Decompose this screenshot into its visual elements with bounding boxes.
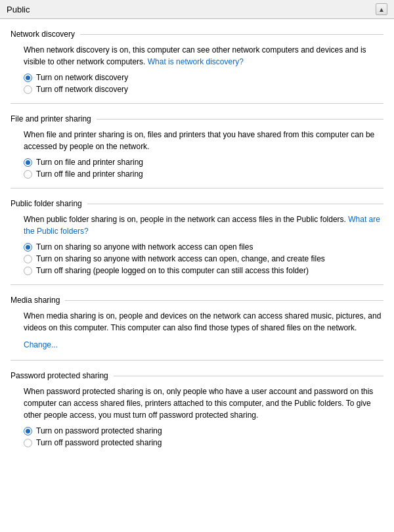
network-discovery-link[interactable]: What is network discovery? [148,57,244,66]
public-folder-description: When public folder sharing is on, people… [11,213,383,237]
radio-pfolder-off-label: Turn off sharing (people logged on to th… [36,266,309,275]
radio-fileprinter-on-label: Turn on file and printer sharing [36,158,143,167]
public-title: Public [7,5,30,14]
media-sharing-divider [65,300,383,301]
radio-network-off-label: Turn off network discovery [36,85,128,94]
radio-fileprinter-on[interactable] [24,158,32,167]
public-folder-option-2[interactable]: Turn on sharing so anyone with network a… [24,254,383,263]
network-discovery-label: Network discovery [11,30,383,39]
radio-pfolder-change-label: Turn on sharing so anyone with network a… [36,254,325,263]
password-protected-option-2[interactable]: Turn off password protected sharing [24,438,383,447]
network-discovery-option-2[interactable]: Turn off network discovery [24,85,383,94]
password-protected-divider [114,376,383,376]
password-protected-option-1[interactable]: Turn on password protected sharing [24,426,383,435]
file-printer-divider [97,119,383,120]
network-discovery-divider [80,34,383,35]
file-printer-section: File and printer sharing When file and p… [0,104,394,188]
radio-password-off[interactable] [24,439,32,447]
radio-pfolder-open[interactable] [24,243,32,252]
network-discovery-description: When network discovery is on, this compu… [11,44,383,68]
public-folder-option-3[interactable]: Turn off sharing (people logged on to th… [24,266,383,275]
password-protected-label: Password protected sharing [11,371,383,380]
public-header-bar: Public ▲ [0,0,394,19]
radio-fileprinter-off-label: Turn off file and printer sharing [36,169,143,179]
radio-network-off[interactable] [24,85,32,94]
password-protected-description: When password protected sharing is on, o… [11,386,383,421]
file-printer-description: When file and printer sharing is on, fil… [11,129,383,152]
password-protected-title: Password protected sharing [11,371,108,380]
network-discovery-option-1[interactable]: Turn on network discovery [24,73,383,82]
radio-network-on-label: Turn on network discovery [36,73,128,82]
file-printer-title: File and printer sharing [11,114,91,123]
media-sharing-change-link[interactable]: Change... [24,340,58,349]
media-sharing-title: Media sharing [11,296,60,305]
network-discovery-title: Network discovery [11,30,75,39]
radio-pfolder-open-label: Turn on sharing so anyone with network a… [36,242,253,252]
password-protected-section: Password protected sharing When password… [0,361,394,456]
radio-password-on[interactable] [24,427,32,435]
public-folder-divider [87,204,383,204]
network-discovery-section: Network discovery When network discovery… [0,19,394,103]
radio-network-on[interactable] [24,74,32,82]
media-sharing-description: When media sharing is on, people and dev… [11,310,383,334]
radio-password-off-label: Turn off password protected sharing [36,438,162,447]
public-folder-option-1[interactable]: Turn on sharing so anyone with network a… [24,242,383,252]
radio-pfolder-off[interactable] [24,267,32,275]
collapse-button[interactable]: ▲ [376,3,387,15]
file-printer-label: File and printer sharing [11,114,383,123]
radio-fileprinter-off[interactable] [24,170,32,179]
radio-password-on-label: Turn on password protected sharing [36,426,162,435]
public-folder-label: Public folder sharing [11,199,383,208]
radio-pfolder-change[interactable] [24,255,32,263]
file-printer-option-2[interactable]: Turn off file and printer sharing [24,169,383,179]
media-sharing-section: Media sharing When media sharing is on, … [0,285,394,360]
public-folder-section: Public folder sharing When public folder… [0,188,394,284]
page-container: Public ▲ Network discovery When network … [0,0,394,532]
public-folder-title: Public folder sharing [11,199,82,208]
media-sharing-label: Media sharing [11,296,383,305]
file-printer-option-1[interactable]: Turn on file and printer sharing [24,158,383,167]
